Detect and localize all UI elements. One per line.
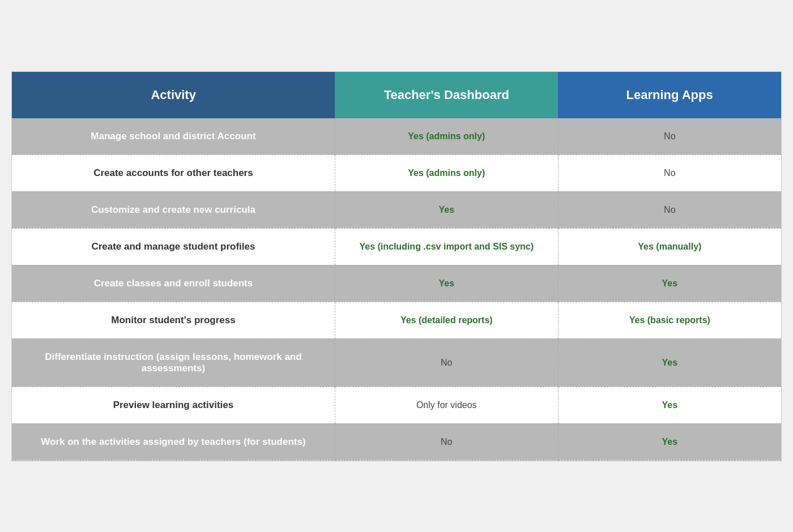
activity-cell: Customize and create new curricula [12, 191, 335, 228]
dashboard-cell: Yes [335, 191, 558, 228]
activity-cell: Create accounts for other teachers [12, 155, 335, 191]
table-row: Create classes and enroll studentsYesYes [12, 265, 781, 302]
apps-cell: No [558, 191, 781, 228]
apps-cell: Yes [558, 423, 781, 460]
table-row: Work on the activities assigned by teach… [12, 423, 781, 460]
dashboard-cell: Yes [335, 265, 558, 302]
dashboard-cell: Yes (admins only) [335, 118, 558, 155]
dashboard-cell: Yes (including .csv import and SIS sync) [335, 228, 558, 265]
table-row: Create and manage student profilesYes (i… [12, 228, 781, 265]
activity-cell: Create and manage student profiles [12, 228, 335, 265]
apps-cell: No [558, 155, 781, 191]
table-row: Customize and create new curriculaYesNo [12, 191, 781, 228]
apps-cell: Yes (basic reports) [558, 302, 781, 338]
dashboard-column-header: Teacher's Dashboard [335, 72, 558, 118]
apps-cell: Yes [558, 265, 781, 302]
table-row: Create accounts for other teachersYes (a… [12, 155, 781, 191]
apps-cell: Yes [558, 338, 781, 387]
table-row: Differentiate instruction (assign lesson… [12, 338, 781, 387]
apps-column-header: Learning Apps [558, 72, 781, 118]
dashboard-cell: Yes (admins only) [335, 155, 558, 191]
activity-cell: Manage school and district Account [12, 118, 335, 155]
apps-cell: Yes (manually) [558, 228, 781, 265]
comparison-table: Activity Teacher's Dashboard Learning Ap… [11, 71, 782, 461]
activity-cell: Create classes and enroll students [12, 265, 335, 302]
activity-cell: Differentiate instruction (assign lesson… [12, 338, 335, 387]
activity-cell: Preview learning activities [12, 387, 335, 423]
activity-column-header: Activity [12, 72, 335, 118]
dashboard-cell: No [335, 423, 558, 460]
activity-cell: Monitor student's progress [12, 302, 335, 338]
apps-cell: Yes [558, 387, 781, 423]
table-row: Preview learning activitiesOnly for vide… [12, 387, 781, 423]
dashboard-cell: Yes (detailed reports) [335, 302, 558, 338]
table-row: Manage school and district AccountYes (a… [12, 118, 781, 155]
activity-cell: Work on the activities assigned by teach… [12, 423, 335, 460]
dashboard-cell: No [335, 338, 558, 387]
apps-cell: No [558, 118, 781, 155]
dashboard-cell: Only for videos [335, 387, 558, 423]
table-row: Monitor student's progressYes (detailed … [12, 302, 781, 338]
